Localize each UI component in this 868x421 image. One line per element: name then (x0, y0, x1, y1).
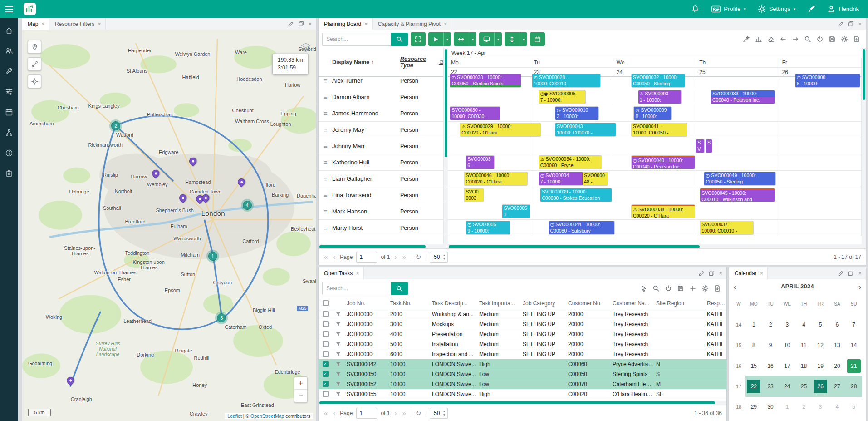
map-pin-marker[interactable] (202, 194, 209, 204)
edit-panel-icon[interactable] (838, 270, 844, 276)
task-bar[interactable]: SVO000045 - 10000:C00010 - Wilkinson and (700, 188, 775, 202)
scheduler-vertical-scrollbar[interactable] (862, 48, 866, 244)
power-icon[interactable] (665, 285, 672, 292)
next-page-icon[interactable]: › (393, 409, 397, 417)
notifications-bell-icon[interactable] (691, 5, 700, 13)
vertical-arrows-button[interactable] (505, 32, 520, 46)
schedule-row[interactable]: ◷◉SVO0000057 - 10000:⚠SVO000031 - 10000:… (448, 89, 862, 105)
edit-panel-icon[interactable] (838, 21, 844, 27)
task-bar[interactable]: SVO000041 -10000: C00050 - (632, 123, 687, 136)
calendar-day[interactable]: 13 (829, 335, 846, 356)
row-checkbox[interactable] (323, 371, 329, 377)
task-bar[interactable]: ◷SVO000040 - 10000:C00040 - Pearson Inc. (632, 156, 695, 169)
export-file-icon[interactable] (853, 35, 860, 43)
close-panel-icon[interactable]: × (719, 270, 722, 276)
calendar-day[interactable]: 18 (795, 356, 812, 376)
resource-list-horizontal-scrollbar[interactable] (319, 244, 448, 248)
schedule-cell[interactable] (779, 171, 862, 187)
calendar-day[interactable]: 5 (845, 397, 862, 417)
sidebar-item-planning[interactable] (3, 107, 15, 118)
user-menu[interactable]: Hendrik (827, 5, 859, 13)
task-row[interactable]: SVO00005510000LONDON Swive...HighC00020O… (319, 389, 726, 399)
filter-funnel-icon[interactable] (335, 381, 341, 387)
row-checkbox[interactable] (323, 341, 329, 347)
filter-funnel-icon[interactable] (335, 311, 341, 317)
calendar-day[interactable]: 21 (845, 356, 862, 376)
drag-handle-icon[interactable]: ≡ (319, 224, 332, 232)
task-bar[interactable]: ◷SVO0000103 - 10000: (555, 107, 598, 120)
calendar-day[interactable]: 3 (812, 397, 829, 417)
task-row[interactable]: JOB000302000Workshop & an...MediumSETTIN… (319, 309, 726, 319)
select-all-checkbox[interactable] (323, 300, 329, 306)
sort-asc-icon[interactable]: ↑ (371, 59, 373, 65)
resource-row[interactable]: ≡Alex TurnerPerson (319, 73, 443, 89)
map-canvas[interactable]: HarpendenWelwyn GardenWareSawbridgeSt Al… (22, 30, 316, 421)
calendar-day[interactable]: 2 (795, 397, 812, 417)
sidebar-item-resources[interactable] (3, 45, 15, 56)
schedule-cell[interactable] (448, 187, 530, 203)
row-checkbox[interactable] (323, 321, 329, 327)
open-tasks-horizontal-scrollbar[interactable] (319, 401, 726, 405)
first-page-icon[interactable]: « (323, 409, 329, 417)
filter-funnel-icon[interactable] (335, 331, 341, 337)
schedule-cell[interactable] (779, 187, 862, 203)
expand-schedule-button[interactable] (411, 32, 426, 46)
first-page-icon[interactable]: « (323, 253, 329, 261)
map-center-tool-icon[interactable] (28, 74, 41, 88)
column-header[interactable]: Respon... (704, 300, 726, 307)
schedule-row[interactable]: SVO00003SVO000039 - 10000:C00030 - Stoke… (448, 187, 862, 203)
sidebar-item-tools[interactable] (3, 66, 15, 77)
sort-icon[interactable]: ⇅ (439, 59, 443, 65)
calendar-day[interactable]: 20 (829, 356, 846, 376)
last-page-icon[interactable]: » (401, 409, 407, 417)
map-pin-marker[interactable] (179, 194, 186, 204)
sidebar-item-dispatch[interactable] (3, 127, 15, 138)
settings-gear-icon[interactable] (701, 285, 709, 292)
calendar-day[interactable]: 28 (845, 376, 862, 396)
task-bar[interactable]: ◷SVO000044 - 10000:C00080 - Salisbury (549, 221, 614, 234)
resource-row[interactable]: ≡Jeremy MayPerson (319, 122, 443, 138)
resource-row[interactable]: ≡James HammondPerson (319, 105, 443, 122)
schedule-cell[interactable] (613, 138, 696, 154)
schedule-cell[interactable] (696, 122, 779, 138)
page-size-select[interactable]: 50▲▼ (430, 252, 448, 263)
task-bar[interactable]: SVO000048 - (583, 172, 608, 185)
drag-handle-icon[interactable]: ≡ (319, 158, 332, 166)
column-header[interactable]: Customer No. (565, 300, 610, 307)
task-bar[interactable]: ⚠SVO000029 - 10000:C00020 - O'Hara (460, 123, 540, 136)
vertical-options-caret[interactable]: ▾ (520, 32, 527, 46)
row-checkbox[interactable] (323, 391, 329, 397)
map-cluster-marker[interactable]: 4 (241, 199, 254, 212)
column-header[interactable]: Task Descrip... (429, 300, 476, 307)
next-page-icon[interactable]: › (393, 253, 397, 261)
drag-handle-icon[interactable]: ≡ (319, 208, 332, 215)
popout-panel-icon[interactable] (709, 270, 715, 276)
next-month-icon[interactable]: › (858, 282, 861, 291)
filter-funnel-icon[interactable] (335, 351, 341, 357)
drag-handle-icon[interactable]: ≡ (319, 77, 332, 84)
tab-calendar[interactable]: Calendar× (729, 267, 768, 279)
resource-row[interactable]: ≡Damon AlbarnPerson (319, 89, 443, 105)
settings-gear-icon[interactable] (841, 35, 848, 43)
tab-resource-filters[interactable]: Resource Filters× (49, 18, 106, 30)
calendar-day[interactable]: 4 (829, 397, 846, 417)
column-header[interactable]: Task No. (387, 300, 429, 307)
map-cluster-marker[interactable]: 2 (109, 119, 122, 132)
calendar-day[interactable]: 6 (829, 314, 846, 335)
schedule-row[interactable]: SVO000030 -10000: C00030 -◷SVO0000103 - … (448, 105, 862, 122)
calendar-day[interactable]: 4 (795, 314, 812, 335)
theme-brush-icon[interactable] (807, 5, 815, 13)
resource-row[interactable]: ≡Katherine HullPerson (319, 154, 443, 171)
calendar-button[interactable] (530, 32, 545, 46)
schedule-cell[interactable] (530, 203, 613, 219)
calendar-day[interactable]: 17 (779, 356, 795, 376)
map-route-tool-icon[interactable] (28, 57, 41, 71)
spinner-icon[interactable]: ▲▼ (443, 410, 446, 416)
settings-menu[interactable]: Settings ▾ (758, 5, 796, 13)
optimize-wand-icon[interactable] (743, 35, 750, 43)
task-bar[interactable]: SV (696, 139, 704, 153)
schedule-cell[interactable] (779, 89, 862, 105)
drag-handle-icon[interactable]: ≡ (319, 191, 332, 199)
map-pin-marker[interactable] (67, 377, 74, 387)
play-button[interactable] (428, 32, 443, 46)
